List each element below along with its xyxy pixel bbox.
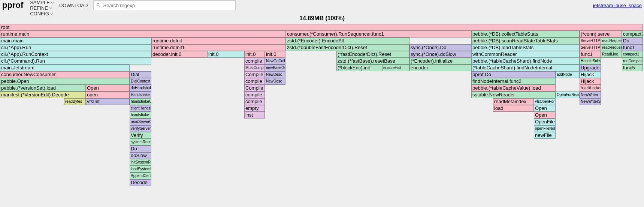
flame-bar[interactable]: manifest.(*VersionEdit).Decode xyxy=(0,92,86,98)
flame-bar[interactable]: init.0 xyxy=(265,51,285,58)
flame-bar[interactable]: runtime.doInit xyxy=(151,38,286,44)
flame-bar[interactable]: empty xyxy=(244,105,265,112)
flame-bar[interactable]: func1 xyxy=(622,44,643,51)
flame-bar[interactable]: sync.(*Once).doSlow xyxy=(409,51,471,58)
flame-bar[interactable]: zstd.(*fastBase).resetBase xyxy=(336,58,409,64)
flame-bar[interactable]: pebble.(*DB).collectTableStats xyxy=(471,31,580,38)
flame-bar[interactable]: cli.(*Command).Run xyxy=(0,58,151,64)
flame-bar[interactable]: Verify xyxy=(130,132,151,139)
flame-bar[interactable]: ServeHTTP xyxy=(580,38,601,44)
flame-bar[interactable]: DialContext xyxy=(130,78,151,85)
flame-bar[interactable]: runCompactions xyxy=(622,58,643,64)
flame-bar[interactable]: Open xyxy=(534,112,556,118)
flame-bar[interactable]: doHandshake xyxy=(130,85,151,92)
flame-bar[interactable]: init.0 xyxy=(207,51,244,58)
flame-bar[interactable]: hijackLocked xyxy=(580,85,601,92)
flame-bar[interactable]: pebble.(*versionSet).load xyxy=(0,85,86,92)
flame-bar[interactable]: OpenForReading xyxy=(556,92,580,98)
flame-bar[interactable]: root xyxy=(0,24,643,31)
flame-bar[interactable]: Open xyxy=(534,105,556,112)
flame-bar[interactable]: systemRootsPool xyxy=(130,139,151,146)
flame-bar[interactable]: readBytes xyxy=(64,98,86,105)
flame-bar[interactable]: withCommonReader xyxy=(471,51,580,58)
flame-bar[interactable]: handshake xyxy=(130,112,151,118)
menu-sample[interactable]: SAMPLE xyxy=(30,0,54,5)
flame-bar[interactable]: consumer.(*Consumer).RunSequencer.func1 xyxy=(286,31,471,38)
flame-bar[interactable]: initSystemRoots xyxy=(130,159,151,166)
flame-bar[interactable]: inst xyxy=(244,112,265,118)
flame-bar[interactable]: compact1 xyxy=(622,51,643,58)
search-input[interactable] xyxy=(103,3,235,8)
flame-bar[interactable]: handshakeContext xyxy=(130,98,151,105)
flame-bar[interactable]: readServerCertificate xyxy=(130,118,151,125)
menu-config[interactable]: CONFIG xyxy=(30,11,54,16)
flame-bar[interactable]: compile xyxy=(244,78,265,85)
flame-bar[interactable]: init.0 xyxy=(244,51,265,58)
flame-bar[interactable]: verifyServerCertificate xyxy=(130,125,151,132)
flame-bar[interactable]: ensureHist xyxy=(382,64,409,71)
flame-bar[interactable]: newBaseGoCollector xyxy=(265,64,285,71)
flame-bar[interactable]: NewDesc xyxy=(265,78,285,85)
flame-bar[interactable]: runtime.doInit1 xyxy=(151,44,286,51)
flame-bar[interactable]: MustCompile xyxy=(244,64,265,71)
flame-bar[interactable]: pprof.Do xyxy=(471,71,556,78)
flame-bar[interactable]: runtime.main xyxy=(0,31,286,38)
flame-bar[interactable]: openFileNoLog xyxy=(534,125,556,132)
flame-bar[interactable]: clientHandshake xyxy=(130,105,151,112)
flame-bar[interactable]: (*blockEnc).init xyxy=(336,64,382,71)
flame-bar[interactable]: vfsInit xyxy=(86,98,130,105)
flame-bar[interactable]: pebble.(*DB).loadTableStats xyxy=(471,44,580,51)
flame-bar[interactable]: Upgrade xyxy=(580,64,601,71)
download-link[interactable]: DOWNLOAD xyxy=(59,3,88,8)
flame-bar[interactable]: NewDesc xyxy=(265,71,285,78)
flame-bar[interactable]: doSlow xyxy=(130,152,151,159)
flame-bar[interactable]: OpenFile xyxy=(534,118,556,125)
flame-bar[interactable]: compile xyxy=(244,98,265,105)
flame-bar[interactable]: ReadLine xyxy=(601,51,622,58)
flame-bar[interactable]: findNodeInternal.func2 xyxy=(471,78,556,85)
flame-bar[interactable]: compile xyxy=(244,58,265,64)
menu-refine[interactable]: REFINE xyxy=(30,5,54,11)
flame-bar[interactable]: loadSystemRoots xyxy=(130,166,151,172)
flame-bar[interactable]: readMetaindex xyxy=(493,98,534,105)
flame-bar[interactable]: newFile xyxy=(534,132,556,139)
flame-bar[interactable]: (*conn).serve xyxy=(580,31,622,38)
flame-bar[interactable]: pebble.(*DB).scanReadStateTableStats xyxy=(471,38,580,44)
flame-bar[interactable]: Do xyxy=(130,146,151,152)
flame-bar[interactable]: decoder.init.0 xyxy=(151,51,207,58)
flame-bar[interactable]: NewGoCollector xyxy=(265,58,285,64)
flame-bar[interactable]: Hijack xyxy=(580,71,601,78)
flame-bar[interactable]: AppendCertsFromPEM xyxy=(130,172,151,179)
flame-bar[interactable]: NewWriterSize xyxy=(580,98,601,105)
flame-bar[interactable]: vfsOpenForReading xyxy=(534,98,556,105)
flame-bar[interactable]: zstd.(*doubleFastEncoderDict).Reset xyxy=(286,44,409,51)
flame-bar[interactable]: (*Encoder).initialize xyxy=(409,58,471,64)
flame-bar[interactable]: Do xyxy=(622,38,643,44)
flame-bar[interactable]: func1 xyxy=(580,51,601,58)
flame-bar[interactable]: main.main xyxy=(0,38,151,44)
flame-bar[interactable]: Open xyxy=(86,85,130,92)
flame-bar[interactable]: cli.(*App).Run xyxy=(0,44,151,51)
flame-bar[interactable]: (*fastEncoderDict).Reset xyxy=(336,51,409,58)
flame-bar[interactable]: ServeHTTP xyxy=(580,44,601,51)
flame-bar[interactable]: Decode xyxy=(130,179,151,186)
flame-bar[interactable]: readRequest xyxy=(601,44,622,51)
flame-bar[interactable]: sstable.NewReader xyxy=(471,92,556,98)
flame-bar[interactable]: cli.(*App).RunContext xyxy=(0,51,151,58)
flame-bar[interactable]: compile xyxy=(244,92,265,98)
flame-bar[interactable]: pebble.Open xyxy=(0,78,130,85)
flamegraph[interactable]: rootruntime.mainconsumer.(*Consumer).Run… xyxy=(0,24,644,186)
flame-bar[interactable]: compact1 xyxy=(622,31,643,38)
flame-bar[interactable]: pebble.(*tableCacheShard).findNode xyxy=(471,58,580,64)
flame-bar[interactable]: (*tableCacheShard).findNodeInternal xyxy=(471,64,580,71)
flame-bar[interactable]: encoder xyxy=(409,64,471,71)
flame-bar[interactable]: main.Jetstream xyxy=(0,64,130,71)
flame-bar[interactable]: open xyxy=(86,92,130,98)
flame-bar[interactable]: Hijack xyxy=(580,78,601,85)
flame-bar[interactable]: Compile xyxy=(244,71,265,78)
search-box[interactable] xyxy=(93,0,236,10)
flame-bar[interactable]: Handshake xyxy=(130,92,151,98)
flame-bar[interactable]: Dial xyxy=(130,71,151,78)
flame-bar[interactable]: NewWriter xyxy=(580,92,601,98)
flame-bar[interactable]: zstd.(*Encoder).EncodeAll xyxy=(286,38,409,44)
